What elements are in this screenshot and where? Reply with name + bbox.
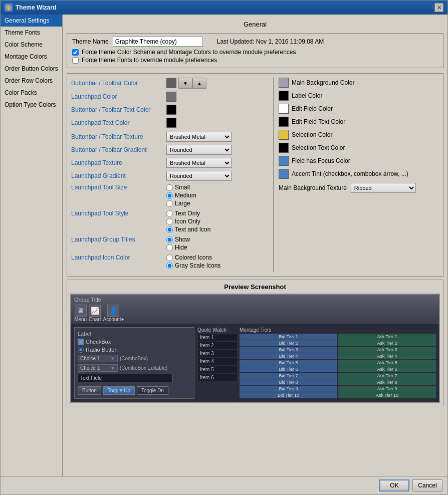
sidebar-item-theme-fonts[interactable]: Theme Fonts [1, 27, 62, 39]
group-titles-show-radio[interactable] [166, 236, 173, 243]
label-color-swatch[interactable] [279, 91, 289, 101]
buttonbar-text-color-label: Buttonbar / Toolbar Text Color [71, 106, 166, 113]
ok-button[interactable]: OK [379, 479, 409, 491]
preview-textfield[interactable]: Text Field [78, 374, 173, 382]
tool-style-both-label: Text and Icon [175, 226, 210, 233]
selection-color-row: Selection Color [279, 130, 439, 140]
icon-color-grayscale-radio[interactable] [166, 263, 173, 269]
quote-watch-title: Quote Watch [197, 327, 238, 333]
buttonbar-toolbar-color-swatch[interactable] [166, 78, 176, 88]
preview-account-btn[interactable]: 👤 Account+ [103, 305, 124, 322]
selection-text-color-swatch[interactable] [279, 143, 289, 153]
preview-chart-btn[interactable]: 📈 Chart [89, 305, 101, 322]
selection-color-swatch[interactable] [279, 130, 289, 140]
launchpad-gradient-label: Launchpad Gradient [71, 172, 166, 179]
tool-style-row: Launchpad Tool Style Text Only Icon Only [71, 210, 268, 233]
ask-tier-9: Ask Tier 9 [338, 386, 436, 392]
quote-item-3: Item 3 [197, 350, 238, 357]
preview-menu-icon: 🖥 [75, 305, 87, 317]
group-titles-show-row: Show [166, 236, 190, 243]
sidebar-item-color-scheme[interactable]: Color Scheme [1, 39, 62, 51]
preview-toggle-dn[interactable]: Toggle Dn [137, 386, 168, 395]
montage-row-7: Bid Tier 7 Ask Tier 7 [240, 373, 436, 379]
preview-chart-label: Chart [89, 317, 101, 322]
sidebar-item-option-type-colors[interactable]: Option Type Colors [1, 99, 62, 111]
settings-divider [273, 78, 274, 272]
titlebar: 🎨 Theme Wizard ✕ [1, 1, 447, 15]
launchpad-gradient-dropdown[interactable]: Rounded Linear [166, 171, 232, 181]
edit-field-color-row: Edit Field Color [279, 104, 439, 114]
montage-row-9: Bid Tier 9 Ask Tier 9 [240, 386, 436, 392]
preview-combo1-row: Choice 1 ▼ (ComboBox) [78, 355, 191, 362]
preview-combo2[interactable]: Choice 1 ▼ [78, 364, 118, 372]
tool-size-large-radio[interactable] [166, 200, 173, 207]
arrow-down-button[interactable]: ▼ [178, 78, 192, 89]
sidebar-item-general-settings[interactable]: General Settings [1, 15, 62, 27]
group-titles-hide-row: Hide [166, 244, 190, 251]
tool-style-icon-label: Icon Only [175, 218, 200, 225]
sidebar-item-color-packs[interactable]: Color Packs [1, 87, 62, 99]
window-icon: 🎨 [5, 4, 13, 12]
left-settings: Buttonbar / Toolbar Color ▼ ▲ Launchpad … [71, 78, 268, 272]
main-bg-color-swatch[interactable] [279, 78, 289, 88]
buttonbar-texture-dropdown[interactable]: Brushed Metal Flat Ribbed [166, 132, 232, 142]
focus-color-row: Field has Focus Color [279, 156, 439, 166]
edit-field-text-color-swatch[interactable] [279, 117, 289, 127]
preview-combo1[interactable]: Choice 1 ▼ [78, 355, 118, 362]
preview-toolbar-buttons: 🖥 Menu 📈 Chart 👤 Account+ [74, 305, 436, 322]
montage-row-3: Bid Tier 3 Ask Tier 3 [240, 347, 436, 353]
sidebar-item-order-row-colors[interactable]: Order Row Colors [1, 75, 62, 87]
launchpad-color-swatch[interactable] [166, 92, 176, 102]
preview-section: Preview Screenshot Group Title 🖥 Menu 📈 [67, 280, 443, 406]
cancel-button[interactable]: Cancel [412, 479, 442, 491]
tool-size-medium-radio[interactable] [166, 192, 173, 199]
buttonbar-gradient-dropdown[interactable]: Rounded Linear [166, 145, 232, 155]
ask-tier-2: Ask Tier 2 [338, 340, 436, 346]
checkbox-override-colors-label: Force theme Color Scheme and Montage Col… [82, 49, 296, 56]
checkbox-override-colors-input[interactable] [72, 49, 79, 56]
group-titles-radio-group: Show Hide [166, 236, 190, 251]
tool-size-small-radio[interactable] [166, 184, 173, 191]
group-titles-hide-radio[interactable] [166, 244, 173, 251]
ask-tier-5: Ask Tier 5 [338, 360, 436, 366]
ask-tier-7: Ask Tier 7 [338, 373, 436, 379]
tool-style-icon-radio[interactable] [166, 218, 173, 225]
edit-field-color-swatch[interactable] [279, 104, 289, 114]
focus-color-swatch[interactable] [279, 156, 289, 166]
tool-style-both-row: Text and Icon [166, 226, 210, 233]
tool-style-text-row: Text Only [166, 210, 210, 217]
preview-checkbox-icon: ✓ [78, 339, 84, 345]
launchpad-color-row: Launchpad Color [71, 92, 268, 102]
preview-button[interactable]: Button [78, 386, 101, 395]
launchpad-text-color-swatch[interactable] [166, 118, 176, 128]
bid-tier-7: Bid Tier 7 [240, 373, 337, 379]
tool-style-text-radio[interactable] [166, 210, 173, 217]
icon-color-colored-radio[interactable] [166, 255, 173, 261]
main-content: General Settings Theme Fonts Color Schem… [1, 15, 447, 476]
sidebar-item-montage-colors[interactable]: Montage Colors [1, 51, 62, 63]
buttonbar-texture-label: Buttonbar / Toolbar Texture [71, 133, 166, 140]
theme-name-input[interactable] [113, 37, 203, 47]
close-button[interactable]: ✕ [434, 3, 443, 12]
accent-tint-label: Accent Tint (checkbox, combobox arrow, .… [292, 170, 408, 177]
tool-size-row: Launchpad Tool Size Small Medium [71, 184, 268, 207]
preview-right-panel: Quote Watch Item 1 Item 2 Item 3 Item 4 … [197, 327, 436, 399]
launchpad-texture-dropdown[interactable]: Brushed Metal Flat Ribbed [166, 158, 232, 168]
preview-menu-label: Menu [74, 317, 87, 322]
preview-menu-btn[interactable]: 🖥 Menu [74, 305, 87, 322]
buttonbar-text-color-swatch[interactable] [166, 105, 176, 115]
preview-combo1-value: Choice 1 [80, 356, 100, 361]
arrow-up-button[interactable]: ▲ [192, 78, 206, 89]
settings-panels: Buttonbar / Toolbar Color ▼ ▲ Launchpad … [67, 73, 443, 277]
accent-tint-swatch[interactable] [279, 169, 289, 179]
sidebar-item-order-button-colors[interactable]: Order Button Colors [1, 63, 62, 75]
preview-toggle-up[interactable]: Toggle Up [103, 386, 135, 395]
main-bg-texture-dropdown[interactable]: Ribbed Brushed Metal Flat [351, 183, 416, 193]
buttonbar-toolbar-color-label: Buttonbar / Toolbar Color [71, 80, 166, 87]
montage-row-5: Bid Tier 5 Ask Tier 5 [240, 360, 436, 366]
right-panel: General Theme Name Last Updated: Nov 1, … [63, 15, 447, 476]
tool-size-radio-group: Small Medium Large [166, 184, 196, 207]
preview-title: Preview Screenshot [70, 283, 440, 291]
checkbox-override-fonts-input[interactable] [72, 57, 79, 64]
tool-style-both-radio[interactable] [166, 226, 173, 233]
